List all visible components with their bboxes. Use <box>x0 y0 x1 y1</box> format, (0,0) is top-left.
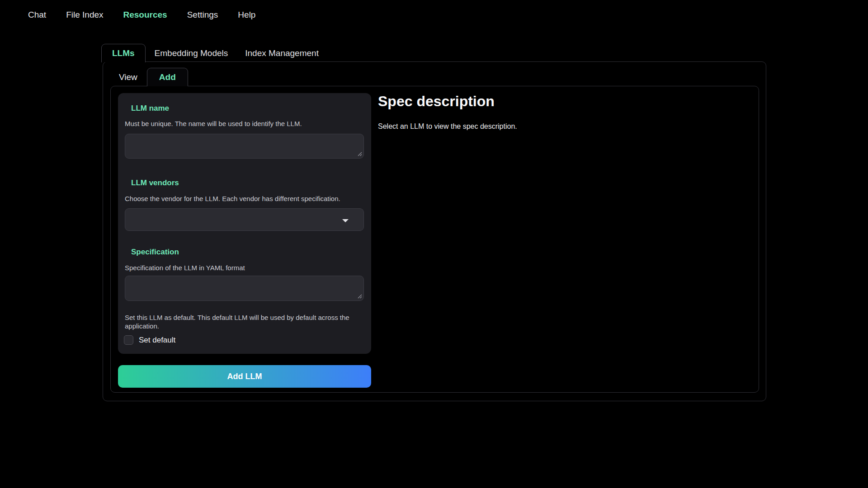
nav-item-resources[interactable]: Resources <box>123 10 167 20</box>
spec-description-placeholder: Select an LLM to view the spec descripti… <box>378 122 517 131</box>
nav-item-settings[interactable]: Settings <box>187 10 218 20</box>
specification-description: Specification of the LLM in YAML format <box>125 263 364 272</box>
tab-index-management[interactable]: Index Management <box>245 48 319 58</box>
llm-name-label: LLM name <box>131 104 169 113</box>
specification-label: Specification <box>131 248 179 257</box>
llm-vendor-select[interactable] <box>125 208 364 231</box>
llm-name-description: Must be unique. The name will be used to… <box>125 119 364 128</box>
specification-input[interactable] <box>125 276 364 301</box>
llm-vendors-label: LLM vendors <box>131 178 179 188</box>
set-default-row: Set default <box>124 335 175 345</box>
chevron-down-icon <box>342 219 349 222</box>
llm-name-input-wrap <box>125 134 364 159</box>
nav-item-help[interactable]: Help <box>238 10 255 20</box>
llm-name-input[interactable] <box>125 134 364 159</box>
set-default-checkbox[interactable] <box>124 335 133 345</box>
tab-embedding-models[interactable]: Embedding Models <box>155 48 228 58</box>
subtab-view[interactable]: View <box>119 72 137 82</box>
subtab-add[interactable]: Add <box>147 68 188 86</box>
add-llm-panel: LLM name Must be unique. The name will b… <box>110 86 759 393</box>
add-llm-form-card: LLM name Must be unique. The name will b… <box>118 93 371 354</box>
set-default-description: Set this LLM as default. This default LL… <box>125 313 364 330</box>
top-nav: Chat File Index Resources Settings Help <box>28 10 255 20</box>
add-llm-button[interactable]: Add LLM <box>118 365 371 388</box>
resize-handle-icon[interactable] <box>357 151 362 156</box>
resource-tab-row: LLMs Embedding Models Index Management <box>101 44 319 62</box>
tab-llms[interactable]: LLMs <box>101 44 146 62</box>
resize-handle-icon[interactable] <box>357 294 362 299</box>
specification-input-wrap <box>125 276 364 301</box>
nav-item-file-index[interactable]: File Index <box>66 10 103 20</box>
spec-description-title: Spec description <box>378 93 495 110</box>
nav-item-chat[interactable]: Chat <box>28 10 46 20</box>
llm-subtab-row: View Add <box>119 68 188 86</box>
llms-tab-panel: View Add LLM name Must be unique. The na… <box>103 61 766 401</box>
set-default-label: Set default <box>139 336 175 345</box>
llm-vendors-description: Choose the vendor for the LLM. Each vend… <box>125 194 364 203</box>
